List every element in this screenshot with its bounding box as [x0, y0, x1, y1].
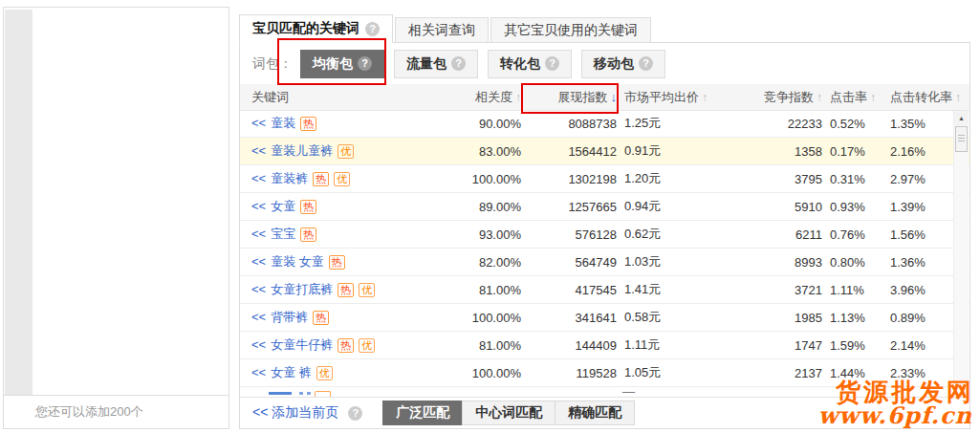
keyword-cell: <<童装儿童裤优 — [240, 142, 460, 160]
keyword-link[interactable]: 女童 裤 — [271, 365, 312, 379]
keyword-link[interactable]: 女童打底裤 — [271, 282, 333, 296]
add-current-page-link[interactable]: << 添加当前页 — [252, 404, 338, 422]
clipped-keyword-fragment — [307, 392, 311, 395]
keyword-cell: <<女童牛仔裤热优 — [240, 336, 460, 354]
avg-price-cell: 1.41元 — [624, 281, 730, 298]
keyword-table-panel: 词包： 均衡包?流量包?转化包?移动包? 关键词相关度↑展现指数↓市场平均出价↑… — [239, 42, 970, 429]
keyword-cell: <<宝宝热 — [240, 226, 460, 243]
keyword-prefix: << — [251, 143, 266, 158]
tab-宝贝匹配的关键词[interactable]: 宝贝匹配的关键词? — [239, 14, 393, 43]
impression-cell: 8088738 — [521, 117, 617, 131]
table-row: <<女童热89.00%12576650.94元59100.93%1.39% — [240, 193, 969, 221]
keyword-link[interactable]: 女童 — [271, 199, 295, 213]
keyword-cell: <<女童热 — [240, 198, 460, 215]
ctr-cell: 0.17% — [830, 144, 889, 159]
wordpack-button-转化包[interactable]: 转化包? — [488, 50, 572, 78]
competition-cell: 1747 — [730, 338, 822, 353]
competition-cell: 6211 — [730, 227, 822, 242]
keyword-link[interactable]: 童装 女童 — [271, 254, 324, 269]
sort-up-icon[interactable]: ↑ — [955, 91, 961, 104]
keyword-link[interactable]: 童装 — [271, 116, 295, 130]
scrollbar-grip-icon — [958, 135, 965, 142]
match-mode-group: 广泛匹配中心词匹配精确匹配 — [383, 401, 635, 425]
impression-cell: 1564412 — [521, 144, 617, 159]
match-button-精确匹配[interactable]: 精确匹配 — [555, 401, 635, 425]
table-row: <<女童打底裤热优81.00%4175451.41元37211.11%3.96% — [240, 276, 969, 304]
tab-相关词查询[interactable]: 相关词查询 — [395, 17, 489, 43]
keyword-prefix: << — [251, 171, 266, 185]
match-button-中心词匹配[interactable]: 中心词匹配 — [462, 401, 555, 425]
column-header-label: 关键词 — [251, 90, 289, 104]
keyword-link[interactable]: 童装裤 — [271, 171, 308, 185]
add-link-prefix: << — [252, 404, 268, 420]
help-icon[interactable]: ? — [639, 56, 653, 71]
sort-down-icon[interactable]: ↓ — [611, 90, 618, 104]
relevance-cell: 81.00% — [460, 283, 521, 297]
wordpack-button-label: 均衡包 — [313, 55, 353, 73]
sort-up-icon[interactable]: ↑ — [817, 91, 822, 104]
keyword-cell: <<童装裤热优 — [240, 170, 460, 187]
tab-label: 宝贝匹配的关键词 — [252, 20, 359, 37]
help-icon[interactable]: ? — [365, 22, 380, 36]
wordpack-button-移动包[interactable]: 移动包? — [581, 50, 665, 78]
tab-label: 相关词查询 — [408, 22, 475, 39]
column-header-点击转化率[interactable]: 点击转化率↑ — [890, 89, 971, 106]
table-row: <<背带裤热100.00%3416410.58元19851.13%0.89% — [240, 304, 969, 332]
impression-cell: 119528 — [521, 366, 617, 380]
column-header-市场平均出价[interactable]: 市场平均出价↑ — [624, 89, 730, 106]
keyword-link[interactable]: 女童牛仔裤 — [271, 337, 333, 352]
help-icon[interactable]: ? — [348, 406, 362, 421]
competition-cell: 3721 — [730, 283, 822, 297]
keyword-link[interactable]: 背带裤 — [271, 310, 308, 324]
relevance-cell: 93.00% — [460, 227, 521, 242]
wordpack-buttons: 均衡包?流量包?转化包?移动包? — [300, 50, 675, 78]
badge-热: 热 — [300, 200, 316, 214]
ctr-cell: 0.93% — [830, 200, 889, 214]
scroll-up-arrow-icon[interactable]: ▲ — [954, 111, 969, 125]
table-row: <<女童 裤优100.00%1195281.05元21371.44%2.33% — [240, 359, 969, 387]
relevance-cell: 100.00% — [460, 366, 521, 380]
relevance-cell: 89.00% — [460, 200, 521, 214]
keyword-prefix: << — [251, 365, 266, 379]
help-icon[interactable]: ? — [545, 56, 559, 71]
keyword-link[interactable]: 宝宝 — [271, 227, 295, 241]
column-header-展现指数[interactable]: 展现指数↓ — [521, 89, 617, 106]
vertical-scrollbar[interactable]: ▲ — [953, 111, 969, 390]
ctr-cell: 0.31% — [830, 172, 889, 186]
keyword-cell: <<女童 裤优 — [240, 364, 460, 381]
sort-up-icon[interactable]: ↑ — [870, 91, 876, 104]
badge-热: 热 — [300, 117, 316, 131]
table-row: <<童装裤热优100.00%13021981.20元37950.31%2.97% — [240, 165, 969, 193]
sort-up-icon[interactable]: ↑ — [702, 91, 708, 104]
keyword-cell: <<童装热 — [240, 115, 460, 132]
column-header-点击率[interactable]: 点击率↑ — [830, 89, 889, 106]
avg-price-cell: 0.94元 — [624, 198, 730, 215]
wordpack-button-label: 移动包 — [594, 55, 634, 73]
column-header-相关度[interactable]: 相关度↑ — [460, 89, 521, 106]
ctr-cell: 1.13% — [830, 311, 889, 325]
scrollbar-thumb[interactable] — [955, 126, 968, 152]
help-icon[interactable]: ? — [358, 56, 372, 71]
wordpack-button-均衡包[interactable]: 均衡包? — [300, 50, 384, 78]
clipped-keyword-fragment — [269, 392, 292, 395]
remaining-quota-note: 您还可以添加200个 — [4, 395, 229, 428]
badge-优: 优 — [359, 283, 375, 297]
wordpack-label: 词包： — [252, 55, 293, 73]
help-icon[interactable]: ? — [451, 56, 466, 71]
avg-price-cell: 1.03元 — [624, 253, 730, 271]
badge-优: 优 — [316, 366, 333, 380]
wordpack-row: 词包： 均衡包?流量包?转化包?移动包? — [240, 43, 969, 84]
tab-其它宝贝使用的关键词[interactable]: 其它宝贝使用的关键词 — [490, 17, 651, 43]
wordpack-button-流量包[interactable]: 流量包? — [394, 50, 478, 78]
keyword-cell: <<童装 女童热 — [240, 253, 460, 271]
ctr-cell: 0.52% — [830, 117, 889, 131]
badge-热: 热 — [300, 227, 316, 242]
impression-cell: 576128 — [521, 227, 617, 242]
column-header-关键词[interactable]: 关键词 — [240, 89, 460, 106]
badge-热: 热 — [338, 338, 354, 353]
keyword-link[interactable]: 童装儿童裤 — [271, 143, 333, 158]
column-header-竞争指数[interactable]: 竞争指数↑ — [730, 89, 822, 106]
table-row: <<童装儿童裤优83.00%15644120.91元13580.17%2.16% — [240, 138, 969, 165]
match-button-广泛匹配[interactable]: 广泛匹配 — [382, 401, 463, 425]
competition-cell: 3795 — [730, 172, 822, 186]
